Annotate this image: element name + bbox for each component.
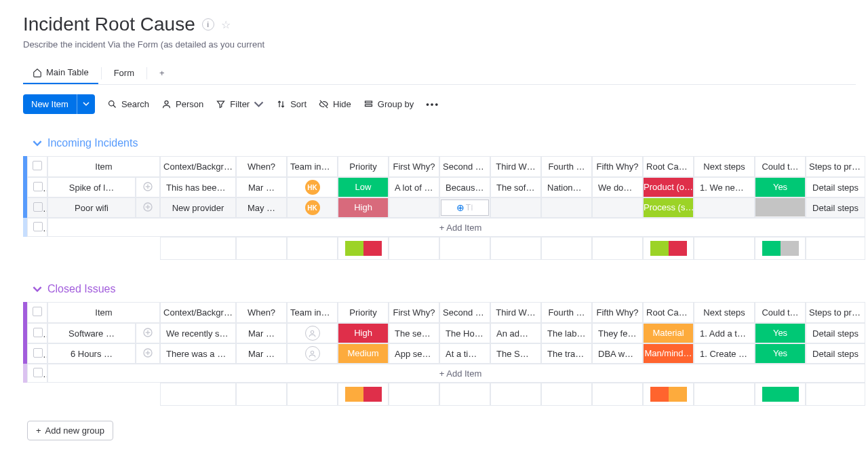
when-cell[interactable]: Mar … [236, 343, 287, 364]
col-context[interactable]: Context/Backgro… [160, 302, 236, 323]
open-item-button[interactable] [136, 197, 160, 218]
col-when[interactable]: When? [236, 302, 287, 323]
why3-cell[interactable]: The softw… [490, 177, 541, 197]
col-team[interactable]: Team invo… [287, 156, 338, 177]
why2-cell[interactable]: Because their p… [439, 177, 490, 197]
col-next[interactable]: Next steps [694, 156, 755, 177]
col-why3[interactable]: Third W… [490, 156, 541, 177]
col-why5[interactable]: Fifth Why? [592, 156, 643, 177]
next-cell[interactable]: 1. Add a task to … [694, 323, 755, 343]
why5-cell[interactable]: They fell of… [592, 323, 643, 343]
col-could[interactable]: Could t… [755, 156, 806, 177]
context-cell[interactable]: There was a nation… [160, 343, 236, 364]
group-header[interactable]: Closed Issues [23, 280, 856, 302]
steps-cell[interactable]: Detail steps [806, 323, 865, 343]
col-root[interactable]: Root Cau… [643, 302, 694, 323]
why1-cell[interactable] [389, 197, 439, 218]
context-cell[interactable]: New provider [160, 197, 236, 218]
group-by-button[interactable]: Group by [363, 99, 414, 109]
why5-cell[interactable] [592, 197, 643, 218]
col-team[interactable]: Team invo… [287, 302, 338, 323]
why1-cell[interactable]: A lot of user… [389, 177, 439, 197]
col-why3[interactable]: Third W… [490, 302, 541, 323]
col-root[interactable]: Root Cau… [643, 156, 694, 177]
row-checkbox[interactable] [27, 323, 47, 343]
select-all-checkbox[interactable] [27, 302, 47, 323]
col-item[interactable]: Item [47, 302, 160, 323]
why5-cell[interactable]: DBA was o… [592, 343, 643, 364]
context-cell[interactable]: This has been an is… [160, 177, 236, 197]
col-why4[interactable]: Fourth … [541, 156, 592, 177]
col-steps[interactable]: Steps to prevent [806, 156, 865, 177]
avatar[interactable]: HK [305, 200, 320, 215]
why2-cell[interactable]: ⊕T⁞ [439, 197, 490, 218]
col-why4[interactable]: Fourth … [541, 302, 592, 323]
hide-button[interactable]: Hide [319, 99, 351, 109]
why5-cell[interactable]: We don't ha… [592, 177, 643, 197]
why4-cell[interactable]: The labels… [541, 323, 592, 343]
open-item-button[interactable] [136, 177, 160, 197]
favorite-icon[interactable]: ☆ [221, 18, 231, 31]
col-next[interactable]: Next steps [694, 302, 755, 323]
add-group-button[interactable]: + Add new group [27, 421, 113, 440]
next-cell[interactable]: 1. Create a form… [694, 343, 755, 364]
steps-cell[interactable]: Detail steps [806, 343, 865, 364]
row-checkbox[interactable] [27, 197, 47, 218]
sort-button[interactable]: Sort [276, 99, 307, 109]
col-why2[interactable]: Second Why? [439, 156, 490, 177]
item-name[interactable]: Spike of l… [47, 177, 136, 197]
open-item-button[interactable] [136, 343, 160, 364]
col-could[interactable]: Could t… [755, 302, 806, 323]
item-name[interactable]: 6 Hours … [47, 343, 136, 364]
col-when[interactable]: When? [236, 156, 287, 177]
item-name[interactable]: Software … [47, 323, 136, 343]
add-item-row[interactable]: + Add Item [23, 364, 865, 383]
steps-cell[interactable]: Detail steps [806, 197, 865, 218]
tab-main-table[interactable]: Main Table [23, 62, 98, 84]
why4-cell[interactable]: National … [541, 177, 592, 197]
tab-form[interactable]: Form [104, 62, 144, 83]
next-cell[interactable]: 1. We need to ha… [694, 177, 755, 197]
group-header[interactable]: Incoming Incidents [23, 134, 856, 156]
more-options-button[interactable]: ••• [426, 99, 439, 109]
avatar[interactable]: HK [305, 180, 320, 195]
search-button[interactable]: Search [107, 99, 149, 109]
why3-cell[interactable] [490, 197, 541, 218]
when-cell[interactable]: May … [236, 197, 287, 218]
select-all-checkbox[interactable] [27, 156, 47, 177]
item-name[interactable]: Poor wifi [47, 197, 136, 218]
col-item[interactable]: Item [47, 156, 160, 177]
add-item-row[interactable]: + Add Item [23, 218, 865, 237]
col-why1[interactable]: First Why? [389, 302, 439, 323]
why4-cell[interactable] [541, 197, 592, 218]
col-why5[interactable]: Fifth Why? [592, 302, 643, 323]
col-steps[interactable]: Steps to prevent [806, 302, 865, 323]
avatar-empty[interactable] [305, 346, 320, 361]
col-why2[interactable]: Second Why? [439, 302, 490, 323]
when-cell[interactable]: Mar … [236, 323, 287, 343]
why1-cell[interactable]: The server d… [389, 323, 439, 343]
add-view-button[interactable]: + [150, 62, 174, 83]
steps-cell[interactable]: Detail steps [806, 177, 865, 197]
row-checkbox[interactable] [27, 343, 47, 364]
why2-cell[interactable]: At a time of hig… [439, 343, 490, 364]
why3-cell[interactable]: The SQL s… [490, 343, 541, 364]
why3-cell[interactable]: An admini… [490, 323, 541, 343]
filter-button[interactable]: Filter [216, 99, 264, 109]
info-icon[interactable]: i [202, 18, 214, 31]
why4-cell[interactable]: The trans… [541, 343, 592, 364]
avatar-empty[interactable] [305, 326, 320, 341]
col-priority[interactable]: Priority [338, 156, 389, 177]
row-checkbox[interactable] [27, 177, 47, 197]
next-cell[interactable] [694, 197, 755, 218]
col-context[interactable]: Context/Backgro… [160, 156, 236, 177]
open-item-button[interactable] [136, 323, 160, 343]
new-item-button[interactable]: New Item [23, 94, 95, 114]
col-why1[interactable]: First Why? [389, 156, 439, 177]
new-item-dropdown[interactable] [77, 94, 95, 114]
col-priority[interactable]: Priority [338, 302, 389, 323]
context-cell[interactable]: We recently switch… [160, 323, 236, 343]
why1-cell[interactable]: App server t… [389, 343, 439, 364]
why2-cell[interactable]: The Host was r… [439, 323, 490, 343]
person-filter-button[interactable]: Person [161, 99, 203, 109]
